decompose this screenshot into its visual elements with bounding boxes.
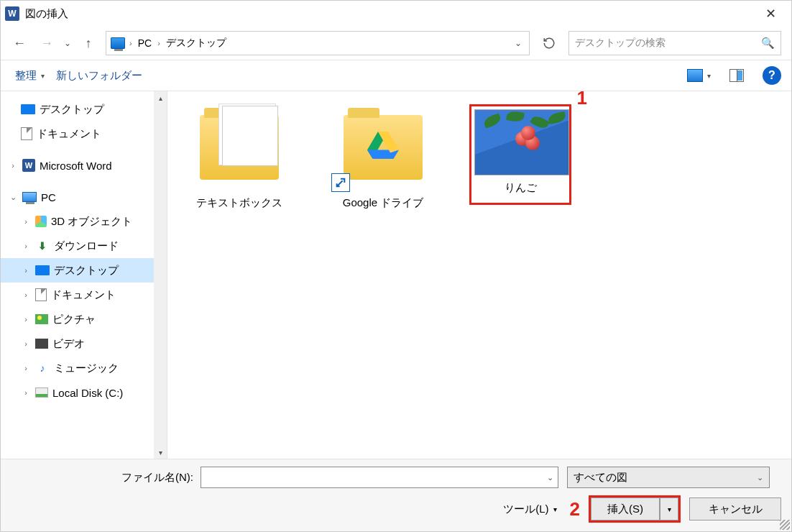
tree-label: デスクトップ xyxy=(54,264,119,278)
scroll-up-icon[interactable]: ▴ xyxy=(154,91,167,104)
tree-label: Local Disk (C:) xyxy=(52,387,123,399)
tree-microsoft-word[interactable]: › W Microsoft Word xyxy=(1,153,167,178)
cancel-button[interactable]: キャンセル xyxy=(689,497,781,520)
chevron-right-icon[interactable]: › xyxy=(21,266,31,275)
pc-icon xyxy=(22,192,37,202)
view-button[interactable]: ▾ xyxy=(683,66,715,85)
cube-icon xyxy=(35,216,47,227)
nav-forward-icon[interactable]: → xyxy=(37,33,57,53)
chevron-right-icon[interactable]: › xyxy=(8,161,18,170)
chevron-down-icon: ▾ xyxy=(707,72,711,80)
tree-quick-desktop[interactable]: デスクトップ xyxy=(1,97,167,121)
google-drive-icon xyxy=(367,129,399,161)
help-icon[interactable]: ? xyxy=(763,66,781,85)
image-thumbnail xyxy=(474,109,569,175)
music-icon: ♪ xyxy=(35,362,50,375)
selection-highlight: りんご xyxy=(469,104,571,205)
tree-label: ビデオ xyxy=(52,337,85,351)
address-bar[interactable]: › PC › デスクトップ ⌄ xyxy=(106,31,530,55)
file-item-textbox-folder[interactable]: テキストボックス xyxy=(182,104,297,210)
folder-preview xyxy=(222,106,278,166)
close-icon[interactable]: ✕ xyxy=(754,1,787,26)
tree-label: ドキュメント xyxy=(37,127,101,141)
filetype-filter[interactable]: すべての図 ⌄ xyxy=(567,467,770,488)
chevron-right-icon[interactable]: › xyxy=(156,39,162,47)
tree-pictures[interactable]: › ピクチャ xyxy=(1,307,167,331)
new-folder-label: 新しいフォルダー xyxy=(56,69,142,83)
search-placeholder: デスクトップの検索 xyxy=(575,37,761,50)
tree-label: ピクチャ xyxy=(52,313,96,326)
chevron-right-icon[interactable]: › xyxy=(21,388,31,397)
annotation-marker: 2 xyxy=(570,498,580,520)
search-input[interactable]: デスクトップの検索 🔍 xyxy=(568,31,781,55)
chevron-down-icon: ▾ xyxy=(553,505,557,513)
tree-desktop[interactable]: › デスクトップ xyxy=(1,258,167,283)
chevron-right-icon[interactable]: › xyxy=(21,315,31,324)
scrollbar[interactable] xyxy=(154,91,167,459)
search-icon: 🔍 xyxy=(761,37,775,50)
tree-videos[interactable]: › ビデオ xyxy=(1,331,167,356)
filter-label: すべての図 xyxy=(574,471,757,485)
chevron-right-icon[interactable]: › xyxy=(21,290,31,299)
pc-icon xyxy=(111,37,125,49)
organize-label: 整理 xyxy=(15,69,37,83)
file-item-google-drive[interactable]: Google ドライブ xyxy=(326,104,441,210)
chevron-right-icon[interactable]: › xyxy=(21,242,31,250)
tree-downloads[interactable]: › ⬇ ダウンロード xyxy=(1,234,167,258)
chevron-right-icon[interactable]: › xyxy=(21,339,31,348)
tools-button[interactable]: ツール(L) ▾ xyxy=(503,503,556,516)
organize-button[interactable]: 整理 ▾ xyxy=(11,66,49,86)
refresh-icon[interactable] xyxy=(537,31,561,55)
insert-highlight: 挿入(S) ▾ xyxy=(589,495,681,523)
chevron-right-icon[interactable]: › xyxy=(21,217,31,226)
tree-label: PC xyxy=(41,191,56,203)
insert-button[interactable]: 挿入(S) xyxy=(591,497,660,520)
tree-label: 3D オブジェクト xyxy=(51,215,132,229)
nav-up-icon[interactable]: ↑ xyxy=(78,33,98,53)
tree-label: Microsoft Word xyxy=(40,160,112,172)
path-root[interactable]: PC xyxy=(135,36,155,50)
svg-marker-3 xyxy=(367,150,394,159)
tree-music[interactable]: › ♪ ミュージック xyxy=(1,356,167,380)
desktop-icon xyxy=(35,265,50,275)
document-icon xyxy=(35,288,47,301)
chevron-down-icon[interactable]: ⌄ xyxy=(547,473,553,482)
new-folder-button[interactable]: 新しいフォルダー xyxy=(52,66,147,86)
preview-pane-button[interactable] xyxy=(725,66,748,85)
path-current[interactable]: デスクトップ xyxy=(163,35,229,51)
word-icon: W xyxy=(22,159,35,172)
tree-3d-objects[interactable]: › 3D オブジェクト xyxy=(1,209,167,234)
file-item-apple[interactable]: 1 りんご xyxy=(469,104,584,205)
document-icon xyxy=(21,127,32,140)
tree-quick-documents[interactable]: ドキュメント xyxy=(1,121,167,146)
filename-label: ファイル名(N): xyxy=(11,471,201,485)
file-list[interactable]: テキストボックス Google ドライブ xyxy=(167,91,791,459)
cancel-label: キャンセル xyxy=(709,503,763,516)
desktop-icon xyxy=(21,104,35,114)
chevron-right-icon[interactable]: › xyxy=(128,39,134,47)
file-caption: テキストボックス xyxy=(182,196,297,210)
tree-label: ダウンロード xyxy=(54,239,119,253)
chevron-down-icon[interactable]: ⌄ xyxy=(8,193,18,202)
tree-label: ドキュメント xyxy=(51,288,116,302)
insert-dropdown-button[interactable]: ▾ xyxy=(660,497,678,520)
nav-tree[interactable]: ▴ ▾ デスクトップ ドキュメント › W Microsoft Word ⌄ P… xyxy=(1,91,167,459)
scroll-down-icon[interactable]: ▾ xyxy=(154,446,167,459)
chevron-down-icon: ▾ xyxy=(41,72,45,80)
file-caption: りんご xyxy=(474,181,566,195)
tree-local-disk[interactable]: › Local Disk (C:) xyxy=(1,380,167,405)
chevron-right-icon[interactable]: › xyxy=(21,364,31,372)
shortcut-badge-icon xyxy=(331,173,350,192)
chevron-down-icon: ⌄ xyxy=(757,473,763,482)
nav-history-icon[interactable]: ⌄ xyxy=(64,38,71,48)
preview-pane-icon xyxy=(729,69,744,82)
tree-label: デスクトップ xyxy=(40,103,104,116)
tree-pc[interactable]: ⌄ PC xyxy=(1,185,167,209)
resize-grip-icon[interactable] xyxy=(780,520,790,530)
chevron-down-icon[interactable]: ⌄ xyxy=(512,38,525,48)
tree-documents[interactable]: › ドキュメント xyxy=(1,283,167,307)
file-caption: Google ドライブ xyxy=(326,196,441,210)
filename-input[interactable]: ⌄ xyxy=(201,467,558,488)
window-title: 図の挿入 xyxy=(25,7,68,21)
nav-back-icon[interactable]: ← xyxy=(9,33,29,53)
